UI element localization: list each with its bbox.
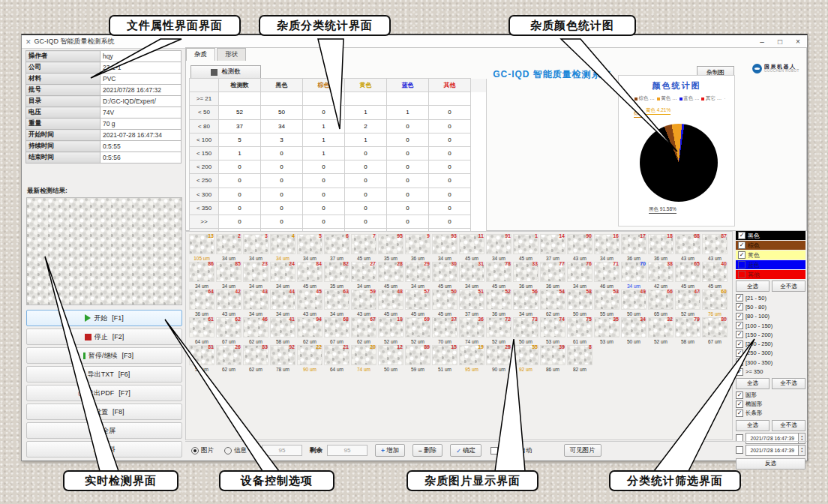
checkbox[interactable]: ✓ — [736, 303, 743, 310]
impurity-thumbnail[interactable]: 9462 um — [297, 317, 322, 344]
impurity-thumbnail[interactable]: 2074 um — [351, 345, 376, 372]
filter-range-row[interactable]: ✓[80 - 100) — [736, 312, 806, 321]
impurity-thumbnail[interactable]: 7561 um — [567, 317, 592, 344]
checkbox[interactable]: ✓ — [736, 368, 743, 376]
impurity-thumbnail[interactable]: 9134 um — [486, 234, 512, 261]
impurity-thumbnail[interactable]: 8362 um — [243, 345, 268, 372]
impurity-thumbnail[interactable]: 6267 um — [216, 317, 242, 344]
select-none-button[interactable]: 全不选 — [772, 420, 806, 431]
select-none-button[interactable]: 全不选 — [772, 280, 806, 292]
impurity-thumbnail[interactable]: 5355 um — [594, 290, 620, 316]
checkbox[interactable] — [738, 261, 746, 268]
impurity-thumbnail[interactable]: 745 um — [351, 234, 376, 261]
impurity-thumbnail[interactable]: 5745 um — [405, 290, 430, 316]
checkbox[interactable]: ✓ — [736, 392, 743, 399]
tab-杂质[interactable]: 杂质 — [186, 48, 215, 61]
开始-button[interactable]: 开始[F1] — [26, 310, 182, 326]
impurity-thumbnail[interactable]: 2662 um — [216, 345, 242, 372]
impurity-thumbnail[interactable]: 3450 um — [621, 317, 646, 344]
checkbox[interactable]: ✓ — [736, 350, 743, 357]
impurity-thumbnail[interactable]: 3045 um — [432, 262, 458, 289]
impurity-thumbnail[interactable]: 9535 um — [378, 234, 404, 261]
删除-button[interactable]: −删除 — [412, 444, 442, 457]
impurity-thumbnail[interactable]: 8150 um — [189, 345, 214, 372]
checkbox[interactable]: ✓ — [736, 358, 743, 366]
filter-range-row[interactable]: ✓[150 - 200) — [736, 330, 806, 339]
impurity-thumbnail[interactable]: 8235 um — [324, 262, 350, 289]
impurity-thumbnail[interactable]: 1250 um — [378, 345, 404, 372]
impurity-thumbnail[interactable]: 7958 um — [675, 317, 700, 344]
impurity-thumbnail[interactable]: 1437 um — [540, 234, 566, 261]
checkbox[interactable]: ✓ — [738, 251, 746, 259]
impurity-thumbnail[interactable]: 3770 um — [432, 317, 458, 344]
radio-image[interactable] — [191, 447, 199, 454]
impurity-thumbnail[interactable]: 6436 um — [189, 290, 214, 316]
impurity-thumbnail[interactable]: 145 um — [513, 234, 538, 261]
checkbox[interactable]: ✓ — [736, 410, 743, 417]
impurity-thumbnail[interactable]: 3674 um — [459, 317, 484, 344]
filter-color-黄色[interactable]: ✓黄色 — [736, 250, 806, 260]
checkbox[interactable]: ✓ — [738, 242, 746, 249]
impurity-thumbnail[interactable]: 13105 um — [189, 234, 214, 261]
checkbox[interactable]: ✓ — [738, 232, 746, 239]
remaining-input[interactable]: 95 — [327, 445, 368, 456]
restore-button[interactable]: □ — [771, 38, 789, 46]
impurity-thumbnail[interactable]: 3336 um — [513, 262, 538, 289]
impurity-thumbnail[interactable]: 7146 um — [594, 262, 620, 289]
impurity-thumbnail[interactable]: 8743 um — [702, 234, 728, 261]
filter-range-row[interactable]: ✓[250 - 300) — [736, 349, 806, 358]
impurity-thumbnail[interactable]: 882 um — [567, 345, 592, 372]
impurity-thumbnail[interactable]: 1736 um — [621, 234, 646, 261]
impurity-thumbnail[interactable]: 1836 um — [648, 234, 674, 261]
停止-button[interactable]: 停止[F2] — [26, 328, 182, 345]
impurity-thumbnail[interactable]: 1551 um — [432, 345, 458, 372]
impurity-thumbnail[interactable]: 6164 um — [189, 317, 214, 344]
filter-range-row[interactable]: ✓[50 - 80) — [736, 302, 806, 311]
增加-button[interactable]: +增加 — [375, 444, 405, 457]
filter-color-其他[interactable]: 其他 — [736, 270, 806, 279]
impurity-thumbnail[interactable]: 9043 um — [567, 234, 592, 261]
impurity-thumbnail[interactable]: 5634 um — [513, 290, 538, 316]
impurity-thumbnail[interactable]: 2290 um — [297, 345, 322, 372]
impurity-thumbnail[interactable]: 5462 um — [540, 290, 566, 316]
impurity-thumbnail[interactable]: 234 um — [216, 234, 242, 261]
filter-color-蓝色[interactable]: 蓝色 — [736, 260, 806, 269]
impurity-thumbnail[interactable]: 2434 um — [270, 262, 296, 289]
impurity-thumbnail[interactable]: 5045 um — [432, 290, 458, 316]
detect-count-button[interactable]: 检测数 — [190, 65, 261, 79]
impurity-thumbnail[interactable]: 4334 um — [243, 290, 268, 316]
checkbox[interactable]: ✓ — [736, 313, 743, 320]
impurity-thumbnail[interactable]: 7034 um — [621, 262, 646, 289]
导出PDF-button[interactable]: ⎙导出PDF[F7] — [26, 385, 182, 401]
impurity-thumbnail[interactable]: 6952 um — [405, 317, 430, 344]
impurity-thumbnail[interactable]: 8634 um — [189, 262, 214, 289]
filter-shape-椭圆形[interactable]: ✓椭圆形 — [736, 400, 806, 409]
impurity-thumbnail[interactable]: 8067 um — [702, 317, 728, 344]
impurity-thumbnail[interactable]: 5137 um — [459, 290, 484, 316]
impurity-thumbnail[interactable]: 4950 um — [621, 290, 646, 316]
checkbox[interactable] — [738, 271, 746, 278]
impurity-thumbnail[interactable]: 1145 um — [459, 234, 484, 261]
impurity-thumbnail[interactable]: 4045 um — [702, 262, 728, 289]
select-all-button[interactable]: 全选 — [736, 378, 770, 389]
checkbox[interactable]: ✓ — [736, 400, 743, 408]
impurity-thumbnail[interactable]: 3553 um — [594, 317, 620, 344]
impurity-thumbnail[interactable]: 9334 um — [432, 234, 458, 261]
radio-info[interactable] — [224, 447, 232, 454]
impurity-thumbnail[interactable]: 4845 um — [378, 290, 404, 316]
impurity-thumbnail[interactable]: 4158 um — [270, 317, 296, 344]
checkbox[interactable]: ✓ — [736, 340, 743, 348]
filter-color-黑色[interactable]: ✓黑色 — [736, 231, 806, 240]
impurity-thumbnail[interactable]: 6665 um — [648, 290, 674, 316]
close-button[interactable]: × — [789, 38, 807, 46]
impurity-thumbnail[interactable]: 1052 um — [378, 317, 404, 344]
导出TXT-button[interactable]: ⎘导出TXT[F6] — [26, 366, 182, 382]
tab-形状[interactable]: 形状 — [217, 48, 246, 61]
impurity-thumbnail[interactable]: 8843 um — [675, 234, 700, 261]
impurity-thumbnail[interactable]: 6762 um — [351, 317, 376, 344]
auto-save-checkbox[interactable] — [490, 447, 498, 454]
全屏-button[interactable]: ✧全屏 — [26, 422, 182, 439]
impurity-thumbnail[interactable]: 637 um — [324, 234, 350, 261]
impurity-thumbnail[interactable]: 2334 um — [243, 262, 268, 289]
impurity-thumbnail[interactable]: 5943 um — [351, 290, 376, 316]
